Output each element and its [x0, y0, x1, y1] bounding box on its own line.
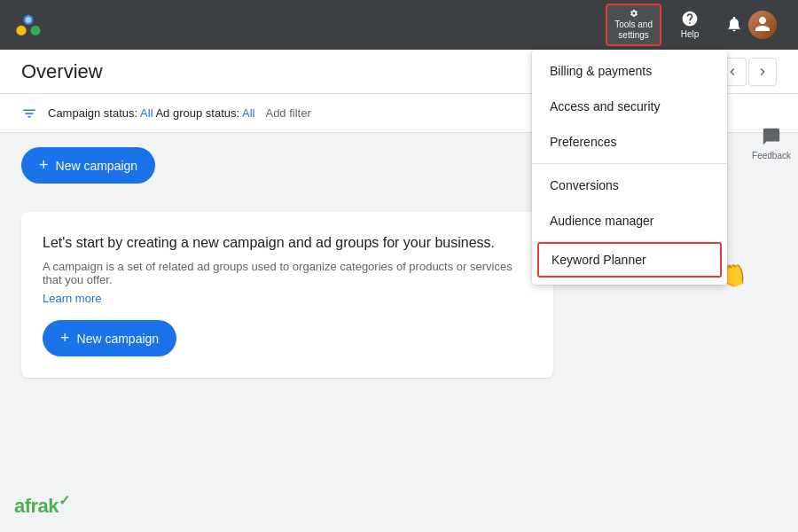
campaign-card: Let's start by creating a new campaign a…: [21, 212, 553, 378]
dropdown-access[interactable]: Access and security: [532, 89, 727, 124]
campaign-status-label: Campaign status: All Ad group status: Al…: [48, 106, 254, 120]
page-title: Overview: [21, 60, 103, 83]
billing-label: Billing & payments: [550, 64, 652, 78]
feedback-label: Feedback: [752, 151, 791, 160]
brand-watermark: afrak✓: [14, 492, 70, 518]
dropdown-preferences[interactable]: Preferences: [532, 124, 727, 160]
learn-more-link[interactable]: Learn more: [43, 292, 101, 305]
brand-checkmark-icon: ✓: [59, 493, 70, 508]
tools-settings-icon: [625, 9, 643, 18]
preferences-label: Preferences: [550, 135, 616, 149]
keyword-planner-label: Keyword Planner: [552, 253, 646, 267]
svg-point-1: [30, 26, 40, 35]
card-heading: Let's start by creating a new campaign a…: [43, 233, 532, 253]
audience-label: Audience manager: [550, 214, 654, 228]
campaign-status-text: Campaign status:: [48, 106, 137, 120]
next-arrow-icon: [755, 65, 770, 79]
dropdown-audience[interactable]: Audience manager: [532, 203, 727, 239]
feedback-area: Feedback: [745, 115, 798, 168]
next-arrow-button[interactable]: [748, 58, 777, 86]
help-button[interactable]: Help: [665, 4, 715, 46]
dropdown-billing[interactable]: Billing & payments: [532, 53, 727, 89]
plus-icon-top: +: [39, 156, 49, 175]
dropdown-divider-1: [532, 163, 727, 164]
header-right: Tools andsettings Help: [606, 4, 784, 46]
header-left: [14, 11, 43, 39]
prev-arrow-icon: [725, 65, 739, 79]
new-campaign-button-top[interactable]: + New campaign: [21, 147, 155, 184]
notifications-icon: [725, 15, 743, 33]
filter-icon: [21, 106, 37, 121]
avatar: [748, 11, 777, 39]
card-btn-area: + New campaign: [43, 320, 532, 356]
svg-point-0: [16, 26, 26, 35]
access-label: Access and security: [550, 99, 661, 113]
google-ads-logo-icon: [14, 11, 43, 39]
brand-text-main: afra: [14, 495, 48, 517]
new-campaign-label-card: New campaign: [77, 332, 160, 346]
header: Tools andsettings Help: [0, 0, 798, 50]
dropdown-keyword-planner[interactable]: Keyword Planner: [537, 242, 722, 278]
tools-dropdown-menu: Billing & payments Access and security P…: [532, 50, 727, 285]
svg-point-3: [26, 17, 31, 22]
dropdown-conversions[interactable]: Conversions: [532, 168, 727, 203]
tools-settings-button[interactable]: Tools andsettings: [606, 4, 661, 46]
conversions-label: Conversions: [550, 178, 619, 192]
notifications-button[interactable]: [718, 4, 784, 46]
adgroup-status-text: Ad group status:: [155, 106, 239, 120]
new-campaign-button-card[interactable]: + New campaign: [43, 320, 176, 356]
campaign-status-value[interactable]: All: [140, 106, 153, 120]
brand-text-accent: k: [48, 495, 59, 517]
plus-icon-card: +: [60, 329, 70, 348]
new-campaign-label-top: New campaign: [56, 159, 138, 173]
card-description: A campaign is a set of related ad groups…: [43, 260, 532, 286]
feedback-icon: [757, 122, 786, 151]
add-filter-button[interactable]: Add filter: [265, 106, 310, 120]
help-icon: [681, 10, 699, 27]
tools-settings-label: Tools andsettings: [614, 20, 653, 41]
adgroup-status-value[interactable]: All: [242, 106, 254, 120]
help-label: Help: [681, 29, 700, 40]
